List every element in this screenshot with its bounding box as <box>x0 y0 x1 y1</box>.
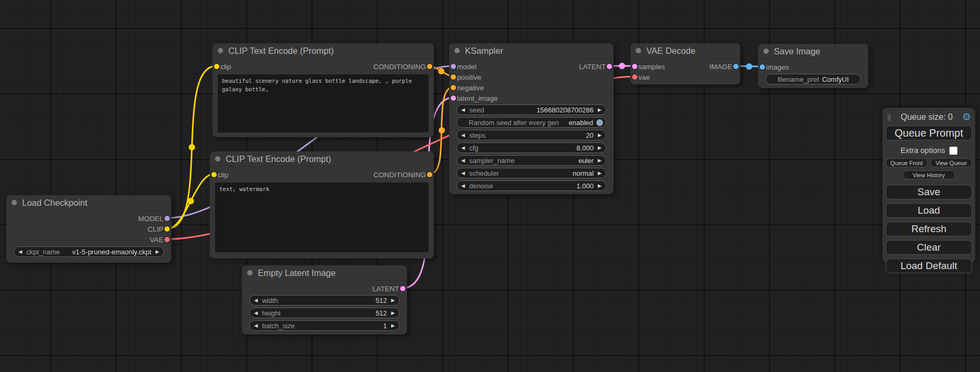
batch-size-widget[interactable]: ◀ batch_size 1 ▶ <box>249 320 400 331</box>
conditioning-output-dot[interactable] <box>427 172 432 177</box>
node-ksampler[interactable]: KSampler model LATENT positive negative … <box>449 43 614 194</box>
save-button[interactable]: Save <box>886 185 972 199</box>
load-default-button[interactable]: Load Default <box>886 259 972 273</box>
widget-label: sampler_name <box>469 157 515 165</box>
widget-label: height <box>262 309 280 317</box>
latent-image-input-dot[interactable] <box>451 96 456 101</box>
prompt-text-area[interactable]: beautiful scenery nature glass bottle la… <box>218 74 429 132</box>
model-input-dot[interactable] <box>451 64 456 69</box>
slot-label: LATENT <box>372 285 399 293</box>
extra-options-checkbox[interactable] <box>949 147 957 155</box>
increment-arrow-icon[interactable]: ▶ <box>391 298 395 303</box>
decrement-arrow-icon[interactable]: ◀ <box>254 323 258 328</box>
node-header[interactable]: KSampler <box>449 43 614 59</box>
node-save-image[interactable]: Save Image images filename_prefix ComfyU… <box>758 44 868 88</box>
ckpt-name-widget[interactable]: ◀ ckpt_name v1-5-pruned-emaonly.ckpt ▶ <box>14 246 164 257</box>
samples-input-dot[interactable] <box>632 64 637 69</box>
model-output-dot[interactable] <box>164 216 170 221</box>
latent-output-dot[interactable] <box>607 64 612 69</box>
view-history-button[interactable]: View History <box>903 170 955 179</box>
slot-label: clip <box>218 171 228 179</box>
collapse-dot-icon[interactable] <box>247 270 253 275</box>
link-midpoint-dot <box>619 63 625 69</box>
queue-prompt-button[interactable]: Queue Prompt <box>886 126 972 140</box>
decrement-arrow-icon[interactable]: ◀ <box>461 108 465 112</box>
node-header[interactable]: Save Image <box>758 44 868 59</box>
scheduler-widget[interactable]: ◀ scheduler normal ▶ <box>457 168 606 178</box>
height-widget[interactable]: ◀ height 512 ▶ <box>249 308 400 318</box>
width-widget[interactable]: ◀ width 512 ▶ <box>249 295 400 306</box>
vae-input-dot[interactable] <box>632 74 637 80</box>
node-header[interactable]: VAE Decode <box>630 43 740 59</box>
view-queue-button[interactable]: View Queue <box>930 158 973 167</box>
drag-handle-icon[interactable]: ⣿ <box>887 113 891 121</box>
cfg-widget[interactable]: ◀ cfg 8.000 ▶ <box>457 142 606 153</box>
decrement-arrow-icon[interactable]: ◀ <box>461 158 465 163</box>
widget-value: 1 <box>380 322 387 330</box>
increment-arrow-icon[interactable]: ▶ <box>598 158 601 163</box>
seed-widget[interactable]: ◀ seed 156680208700286 ▶ <box>457 104 606 115</box>
increment-arrow-icon[interactable]: ▶ <box>598 133 601 138</box>
clear-button[interactable]: Clear <box>886 240 972 255</box>
decrement-arrow-icon[interactable]: ◀ <box>461 184 465 188</box>
vae-output-dot[interactable] <box>164 237 170 242</box>
clip-input-dot[interactable] <box>211 172 217 177</box>
node-header[interactable]: CLIP Text Encode (Prompt) <box>210 151 434 167</box>
node-clip-text-encode-positive[interactable]: CLIP Text Encode (Prompt) clip CONDITION… <box>212 43 434 137</box>
increment-arrow-icon[interactable]: ▶ <box>391 311 395 316</box>
increment-arrow-icon[interactable]: ▶ <box>391 323 395 328</box>
increment-arrow-icon[interactable]: ▶ <box>598 146 601 150</box>
random-seed-toggle-widget[interactable]: Random seed after every gen enabled <box>457 117 606 128</box>
decrement-arrow-icon[interactable]: ◀ <box>18 250 22 254</box>
queue-front-button[interactable]: Queue Front <box>886 158 928 167</box>
image-output-dot[interactable] <box>733 64 739 69</box>
link-clip-positive-wire <box>168 66 216 228</box>
sampler-name-widget[interactable]: ◀ sampler_name euler ▶ <box>457 155 606 166</box>
slot-label: model <box>457 63 477 71</box>
decrement-arrow-icon[interactable]: ◀ <box>461 171 465 176</box>
node-load-checkpoint[interactable]: Load Checkpoint MODEL CLIP VAE ◀ ckpt_na… <box>6 195 171 263</box>
node-clip-text-encode-negative[interactable]: CLIP Text Encode (Prompt) clip CONDITION… <box>210 151 434 259</box>
link-clip-negative-wire <box>168 174 214 228</box>
output-slot-model: MODEL <box>6 213 171 224</box>
latent-output-dot[interactable] <box>400 286 405 291</box>
denoise-widget[interactable]: ◀ denoise 1.000 ▶ <box>457 180 606 191</box>
toggle-knob-icon[interactable] <box>596 119 603 126</box>
decrement-arrow-icon[interactable]: ◀ <box>461 133 465 138</box>
node-header[interactable]: Load Checkpoint <box>6 195 171 211</box>
settings-gear-icon[interactable]: ⚙ <box>962 112 971 122</box>
clip-input-dot[interactable] <box>214 64 219 69</box>
increment-arrow-icon[interactable]: ▶ <box>156 250 159 254</box>
collapse-dot-icon[interactable] <box>12 200 17 205</box>
node-header[interactable]: CLIP Text Encode (Prompt) <box>212 43 434 59</box>
queue-size-label: Queue size: 0 <box>901 112 953 122</box>
widget-value: normal <box>569 169 594 177</box>
filename-prefix-widget[interactable]: filename_prefix ComfyUI <box>765 74 861 84</box>
negative-input-dot[interactable] <box>451 85 456 90</box>
collapse-dot-icon[interactable] <box>763 49 769 54</box>
collapse-dot-icon[interactable] <box>218 48 223 53</box>
increment-arrow-icon[interactable]: ▶ <box>598 108 601 112</box>
node-title: Save Image <box>774 46 820 56</box>
positive-input-dot[interactable] <box>451 74 456 80</box>
conditioning-output-dot[interactable] <box>427 64 432 69</box>
node-empty-latent-image[interactable]: Empty Latent Image LATENT ◀ width 512 ▶ … <box>242 265 407 335</box>
slot-label: positive <box>457 73 481 81</box>
increment-arrow-icon[interactable]: ▶ <box>598 171 601 176</box>
widget-value: 1.000 <box>574 182 594 190</box>
clip-output-dot[interactable] <box>164 226 170 232</box>
node-vae-decode[interactable]: VAE Decode samples IMAGE vae <box>630 43 740 84</box>
refresh-button[interactable]: Refresh <box>886 222 972 236</box>
steps-widget[interactable]: ◀ steps 20 ▶ <box>457 130 606 140</box>
collapse-dot-icon[interactable] <box>454 48 460 53</box>
decrement-arrow-icon[interactable]: ◀ <box>254 311 258 316</box>
collapse-dot-icon[interactable] <box>636 48 641 53</box>
collapse-dot-icon[interactable] <box>215 156 220 161</box>
increment-arrow-icon[interactable]: ▶ <box>598 184 601 188</box>
decrement-arrow-icon[interactable]: ◀ <box>254 298 258 303</box>
node-header[interactable]: Empty Latent Image <box>242 265 407 281</box>
images-input-dot[interactable] <box>760 64 765 70</box>
decrement-arrow-icon[interactable]: ◀ <box>461 146 465 150</box>
load-button[interactable]: Load <box>886 203 972 218</box>
prompt-text-area[interactable]: text, watermark <box>215 183 429 252</box>
